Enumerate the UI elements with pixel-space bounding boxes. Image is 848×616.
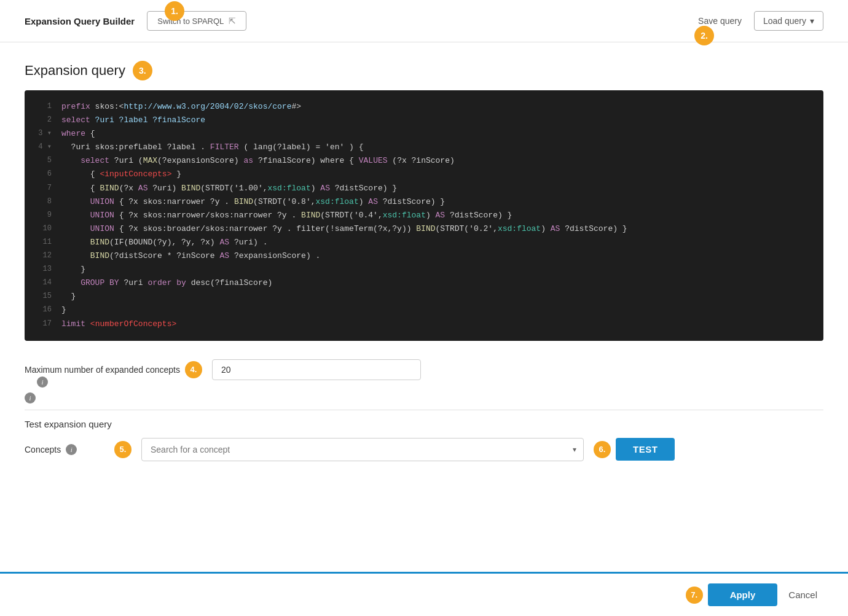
code-line: 17 limit <numberOfConcepts> bbox=[25, 318, 823, 331]
code-lines: 1 prefix skos:<http://www.w3.org/2004/02… bbox=[25, 100, 823, 331]
code-line: 15 } bbox=[25, 290, 823, 303]
footer: 7. Apply Cancel bbox=[0, 572, 848, 616]
code-line: 2 select ?uri ?label ?finalScore bbox=[25, 114, 823, 127]
max-concepts-input[interactable] bbox=[212, 359, 421, 380]
header: Expansion Query Builder Switch to SPARQL… bbox=[0, 0, 848, 42]
code-editor[interactable]: 1 prefix skos:<http://www.w3.org/2004/02… bbox=[25, 90, 823, 341]
code-line: 3 ▾ where { bbox=[25, 127, 823, 141]
header-left: Expansion Query Builder Switch to SPARQL… bbox=[25, 11, 246, 31]
code-line: 7 { BIND(?x AS ?uri) BIND(STRDT('1.00',x… bbox=[25, 182, 823, 195]
separator bbox=[25, 410, 823, 410]
section-title-row: Expansion query 3. bbox=[25, 61, 823, 80]
info-icon-wrapper: i bbox=[37, 376, 48, 388]
switch-sparql-button[interactable]: Switch to SPARQL ⇱ bbox=[147, 11, 246, 31]
step-badge-4: 4. bbox=[185, 361, 202, 378]
code-line: 16 } bbox=[25, 303, 823, 317]
max-concepts-label: Maximum number of expanded concepts 4. bbox=[25, 361, 202, 378]
chevron-down-icon: ▾ bbox=[810, 16, 814, 26]
header-title: Expansion Query Builder bbox=[25, 16, 135, 26]
code-line: 13 } bbox=[25, 263, 823, 276]
step-badge-1: 1. bbox=[165, 1, 184, 21]
max-concepts-row: Maximum number of expanded concepts 4. i bbox=[25, 359, 823, 380]
header-right: Save query Load query ▾ bbox=[691, 11, 823, 31]
code-line: 9 UNION { ?x skos:narrower/skos:narrower… bbox=[25, 209, 823, 222]
load-query-button[interactable]: Load query ▾ bbox=[754, 11, 823, 31]
code-line: 5 select ?uri (MAX(?expansionScore) as ?… bbox=[25, 154, 823, 168]
header-wrapper: 1. 2. Expansion Query Builder Switch to … bbox=[0, 0, 848, 42]
step-badge-7: 7. bbox=[686, 587, 703, 604]
content-area: Expansion query 3. 1 prefix skos:<http:/… bbox=[0, 42, 848, 572]
cancel-button[interactable]: Cancel bbox=[782, 583, 823, 606]
step-badge-3: 3. bbox=[133, 61, 152, 80]
code-line: 12 BIND(?distScore * ?inScore AS ?expans… bbox=[25, 249, 823, 263]
concept-search-wrapper: ▾ bbox=[141, 438, 584, 461]
save-query-button[interactable]: Save query bbox=[691, 12, 749, 30]
info-icon[interactable]: i bbox=[37, 376, 48, 388]
main-container: 1. 2. Expansion Query Builder Switch to … bbox=[0, 0, 848, 616]
test-button[interactable]: TEST bbox=[616, 438, 675, 461]
info-icon-2[interactable]: i bbox=[25, 392, 36, 404]
concepts-info-icon[interactable]: i bbox=[66, 444, 77, 455]
section-title: Expansion query bbox=[25, 63, 125, 79]
bottom-section: Maximum number of expanded concepts 4. i… bbox=[25, 359, 823, 461]
concepts-label: Concepts i bbox=[25, 444, 104, 455]
share-icon: ⇱ bbox=[229, 16, 236, 26]
apply-button[interactable]: Apply bbox=[708, 583, 778, 606]
step-badge-6: 6. bbox=[594, 441, 611, 458]
code-line: 4 ▾ ?uri skos:prefLabel ?label . FILTER … bbox=[25, 141, 823, 154]
step-badge-5: 5. bbox=[114, 441, 132, 458]
code-line: 1 prefix skos:<http://www.w3.org/2004/02… bbox=[25, 100, 823, 114]
code-line: 8 UNION { ?x skos:narrower ?y . BIND(STR… bbox=[25, 195, 823, 209]
code-line: 11 BIND(IF(BOUND(?y), ?y, ?x) AS ?uri) . bbox=[25, 236, 823, 249]
test-section-title: Test expansion query bbox=[25, 419, 823, 429]
code-line: 6 { <inputConcepts> } bbox=[25, 168, 823, 181]
concept-search-input[interactable] bbox=[141, 438, 584, 461]
code-line: 10 UNION { ?x skos:broader/skos:narrower… bbox=[25, 222, 823, 236]
concepts-row: Concepts i 5. ▾ 6. TEST bbox=[25, 438, 823, 461]
code-line: 14 GROUP BY ?uri order by desc(?finalSco… bbox=[25, 276, 823, 290]
